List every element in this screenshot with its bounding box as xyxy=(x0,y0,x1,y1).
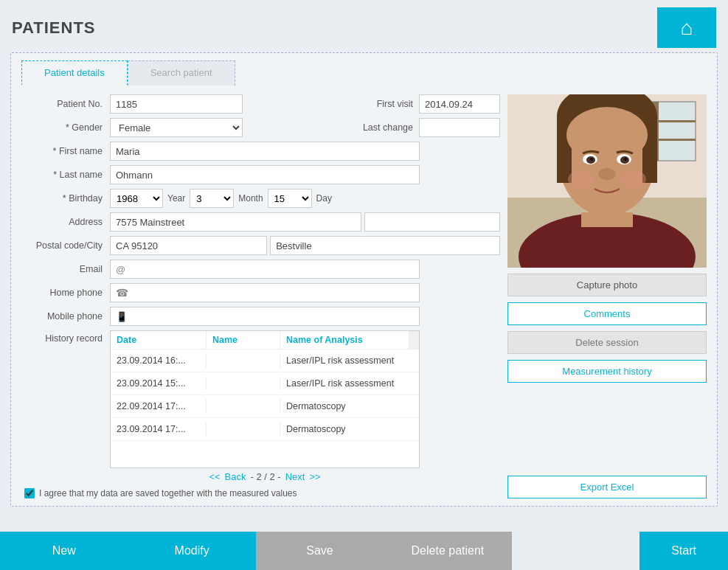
scrollbar-header-spacer xyxy=(409,331,419,349)
photo-svg xyxy=(507,94,707,268)
first-visit-input[interactable] xyxy=(419,94,500,114)
home-button[interactable]: ⌂ xyxy=(657,7,716,48)
modify-button[interactable]: Modify xyxy=(128,532,255,570)
svg-rect-6 xyxy=(651,120,696,122)
svg-rect-24 xyxy=(581,212,633,227)
row-birthday: * Birthday 1968 Year 3 Month 15 Day xyxy=(21,189,500,208)
lastname-label: * Last name xyxy=(21,170,110,180)
page-title: PATIENTS xyxy=(12,18,96,38)
form-body: Patient No. First visit * Gender Female … xyxy=(21,94,707,498)
firstname-input[interactable] xyxy=(110,142,420,161)
cell-name xyxy=(207,400,280,413)
row-email: Email @ xyxy=(21,260,500,279)
city-input[interactable] xyxy=(270,236,500,255)
history-scroll[interactable]: 23.09.2014 16:... Laser/IPL risk assessm… xyxy=(111,350,419,468)
table-row[interactable]: 22.09.2014 17:... Dermatoscopy xyxy=(111,395,419,418)
mobilephone-label: Mobile phone xyxy=(21,311,110,322)
save-button[interactable]: Save xyxy=(256,532,384,570)
pagination-next-arrow[interactable]: >> xyxy=(309,471,320,482)
address-label: Address xyxy=(21,217,110,227)
cell-analysis: Laser/IPL risk assessment xyxy=(280,377,419,390)
birth-month-select[interactable]: 3 xyxy=(190,189,234,208)
address-extra-input[interactable] xyxy=(364,212,500,232)
history-label: History record xyxy=(21,330,110,344)
col-name-header: Name xyxy=(207,331,280,349)
tab-patient-details[interactable]: Patient details xyxy=(21,60,128,86)
header: PATIENTS ⌂ xyxy=(0,0,728,52)
home-icon: ⌂ xyxy=(681,16,693,40)
pagination-back[interactable]: Back xyxy=(225,471,246,482)
table-row[interactable]: 23.09.2014 17:... Dermatoscopy xyxy=(111,418,419,441)
homephone-input[interactable] xyxy=(131,288,414,299)
birth-day-select[interactable]: 15 xyxy=(268,189,312,208)
form-left: Patient No. First visit * Gender Female … xyxy=(21,94,500,498)
row-gender: * Gender Female Male Other Last change xyxy=(21,118,500,137)
svg-point-19 xyxy=(624,158,627,161)
start-button[interactable]: Start xyxy=(639,532,728,570)
address-input[interactable] xyxy=(110,212,361,232)
postal-label: Postal code/City xyxy=(21,240,110,251)
pagination-current: - 2 / 2 - xyxy=(250,471,280,482)
gender-select[interactable]: Female Male Other xyxy=(110,118,243,137)
svg-rect-7 xyxy=(651,139,696,141)
year-label: Year xyxy=(167,193,185,204)
consent-row: I agree that my data are saved together … xyxy=(21,488,500,498)
first-visit-label: First visit xyxy=(377,99,413,109)
svg-point-13 xyxy=(566,107,648,163)
measurement-history-button[interactable]: Measurement history xyxy=(507,360,707,383)
mobile-icon: 📱 xyxy=(116,311,128,322)
tab-bar: Patient details Search patient xyxy=(21,60,707,86)
mobilephone-input[interactable] xyxy=(131,311,414,322)
pagination: << Back - 2 / 2 - Next >> xyxy=(110,471,420,482)
cell-analysis: Dermatoscopy xyxy=(280,423,419,436)
history-header: Date Name Name of Analysis xyxy=(111,331,419,350)
history-table: Date Name Name of Analysis 23.09.2014 16… xyxy=(110,330,420,468)
month-label: Month xyxy=(238,193,263,204)
capture-photo-button[interactable]: Capture photo xyxy=(507,274,707,296)
patient-no-input[interactable] xyxy=(110,94,243,114)
cell-date: 23.09.2014 16:... xyxy=(111,354,207,367)
cell-date: 23.09.2014 15:... xyxy=(111,377,207,390)
pagination-next[interactable]: Next xyxy=(285,471,305,482)
col-date-header: Date xyxy=(111,331,207,349)
svg-point-22 xyxy=(620,170,646,188)
gender-label: * Gender xyxy=(21,122,110,133)
cell-analysis: Laser/IPL risk assessment xyxy=(280,354,419,367)
table-row[interactable]: 23.09.2014 15:... Laser/IPL risk assessm… xyxy=(111,372,419,395)
cell-name xyxy=(207,354,280,367)
patient-photo xyxy=(507,94,707,268)
svg-point-20 xyxy=(598,168,616,180)
day-label: Day xyxy=(316,193,332,204)
export-excel-button[interactable]: Export Excel xyxy=(507,476,707,498)
svg-point-21 xyxy=(568,170,594,188)
pagination-prev-arrow[interactable]: << xyxy=(209,471,220,482)
homephone-label: Home phone xyxy=(21,288,110,298)
last-change-label: Last change xyxy=(363,122,413,133)
cell-date: 22.09.2014 17:... xyxy=(111,400,207,413)
bottom-bar: New Modify Save Delete patient Start xyxy=(0,532,728,570)
comments-button[interactable]: Comments xyxy=(507,302,707,325)
lastname-input[interactable] xyxy=(110,165,420,184)
row-history: History record Date Name Name of Analysi… xyxy=(21,330,500,482)
firstname-label: * First name xyxy=(21,146,110,156)
patient-no-label: Patient No. xyxy=(21,99,110,109)
tab-search-patient[interactable]: Search patient xyxy=(128,60,235,86)
email-input[interactable] xyxy=(128,264,414,275)
cell-date: 23.09.2014 17:... xyxy=(111,423,207,436)
svg-point-18 xyxy=(590,158,593,161)
cell-analysis: Dermatoscopy xyxy=(280,400,419,413)
at-icon: @ xyxy=(116,264,125,275)
consent-checkbox[interactable] xyxy=(24,488,35,498)
last-change-input[interactable] xyxy=(419,118,500,137)
birth-year-select[interactable]: 1968 xyxy=(110,189,163,208)
delete-patient-button[interactable]: Delete patient xyxy=(384,532,511,570)
main-card: Patient details Search patient Patient N… xyxy=(10,52,718,507)
delete-session-button[interactable]: Delete session xyxy=(507,331,707,354)
new-button[interactable]: New xyxy=(0,532,128,570)
cell-name xyxy=(207,377,280,390)
row-firstname: * First name xyxy=(21,142,500,161)
table-row[interactable]: 23.09.2014 16:... Laser/IPL risk assessm… xyxy=(111,350,419,372)
row-lastname: * Last name xyxy=(21,165,500,184)
postal-input[interactable] xyxy=(110,236,267,255)
row-address: Address xyxy=(21,212,500,232)
